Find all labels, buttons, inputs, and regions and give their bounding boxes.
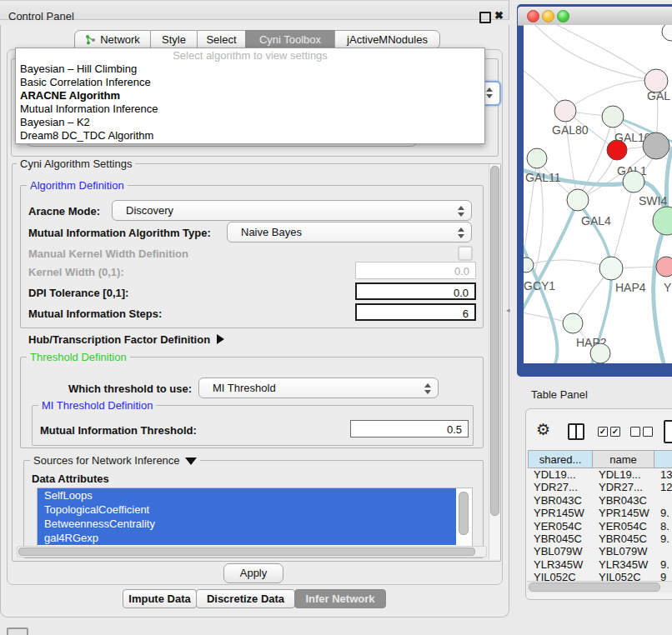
mi-threshold-label: Mutual Information Threshold:	[40, 424, 197, 437]
tab-network[interactable]: Network	[74, 30, 151, 49]
hub-definition-label: Hub/Transcription Factor Definition	[28, 333, 210, 346]
mi-threshold-definition-title: MI Threshold Definition	[38, 399, 156, 412]
control-panel-title: Control Panel	[8, 10, 74, 22]
dpi-tolerance-field[interactable]: 0.0	[355, 282, 476, 300]
table-row[interactable]: YDL19...YDL19...13	[528, 468, 672, 481]
data-attributes-list[interactable]: SelfLoopsTopologicalCoefficientBetweenne…	[37, 488, 473, 547]
table-row[interactable]: YPR145WYPR145W9.	[528, 507, 672, 519]
network-node-y[interactable]	[656, 257, 672, 277]
network-node-label: Y	[664, 281, 672, 294]
network-node-label: GAL80	[552, 123, 589, 137]
columns-icon[interactable]	[568, 423, 584, 440]
float-window-icon[interactable]	[479, 12, 491, 23]
kernel-width-field[interactable]: 0.0	[355, 262, 476, 279]
algorithm-option[interactable]: Bayesian – K2	[16, 116, 484, 129]
table-cell: 13	[660, 468, 672, 481]
network-node-hap2[interactable]	[563, 313, 583, 333]
table-cell: 12	[660, 481, 672, 493]
splitpane-collapse-icon[interactable]: ◂	[506, 306, 510, 314]
table-cell: 9.	[660, 532, 669, 545]
tab-jactivemnodules[interactable]: jActiveMNodules	[334, 30, 440, 49]
settings-hscrollbar-thumb[interactable]	[18, 548, 475, 556]
tab-label: jActiveMNodules	[347, 33, 428, 46]
algorithm-option[interactable]: Basic Correlation Inference	[16, 76, 484, 89]
table-cell: YBR043C	[599, 494, 647, 507]
gear-icon[interactable]: ⚙	[536, 420, 550, 439]
table-cell: YDR27...	[599, 481, 643, 493]
close-traffic-light-icon[interactable]	[527, 10, 539, 22]
which-threshold-combobox[interactable]: MI Threshold	[198, 378, 439, 398]
table-cell: YDR27...	[534, 481, 578, 493]
tab-style[interactable]: Style	[150, 30, 198, 49]
tab-impute-data[interactable]: Impute Data	[123, 589, 197, 608]
network-canvas[interactable]: GALGAL80GAL10GAL1GAL11SWI4GAL4GCY1HAP4YH…	[524, 25, 672, 363]
manual-kernel-width-checkbox[interactable]	[458, 246, 473, 261]
algorithm-option[interactable]: ARACNE Algorithm	[16, 89, 484, 102]
network-node-gal4[interactable]	[567, 189, 589, 211]
algorithm-option[interactable]: Mutual Information Inference	[16, 102, 484, 116]
table-row[interactable]: YDR27...YDR27...12	[528, 481, 672, 493]
algorithm-dropdown-popup: Select algorithm to view settings Bayesi…	[15, 48, 485, 144]
table-cell: YER054C	[534, 520, 582, 532]
algorithm-option[interactable]: Bayesian – Hill Climbing	[16, 62, 484, 76]
network-node-swi4[interactable]	[623, 171, 644, 192]
network-node-gal1[interactable]	[607, 140, 627, 160]
network-node[interactable]	[590, 343, 610, 363]
table-row[interactable]: YBR043CYBR043C	[528, 494, 672, 507]
attribute-list-item[interactable]: BetweennessCentrality	[38, 517, 456, 531]
network-node[interactable]	[653, 207, 672, 235]
zoom-traffic-light-icon[interactable]	[557, 10, 569, 22]
table-cell: YBR045C	[599, 532, 647, 545]
network-node-gal80[interactable]	[554, 100, 576, 122]
table-cell: YLR345W	[534, 558, 583, 571]
network-node[interactable]	[662, 25, 672, 41]
column-header-clipped[interactable]	[654, 450, 672, 468]
table-row[interactable]: YBL079WYBL079W	[528, 545, 672, 558]
unchecked-checkbox-icon	[643, 427, 653, 437]
deselect-all-checkboxes-icon[interactable]	[630, 427, 653, 437]
mi-threshold-field[interactable]: 0.5	[350, 420, 469, 438]
export-table-icon[interactable]	[664, 420, 672, 443]
attribute-list-item[interactable]: SelfLoops	[38, 488, 456, 502]
apply-button[interactable]: Apply	[223, 563, 283, 583]
which-threshold-value: MI Threshold	[213, 382, 276, 394]
table-row[interactable]: YER054CYER054C8.	[528, 520, 672, 532]
tab-infer-network[interactable]: Infer Network	[294, 589, 386, 608]
algorithm-dropdown-items: Bayesian – Hill ClimbingBasic Correlatio…	[16, 62, 484, 142]
attribute-list-scrollbar-thumb[interactable]	[459, 492, 469, 535]
table-cell: YLR345W	[599, 558, 648, 571]
column-header-name[interactable]: name	[593, 450, 654, 468]
network-node[interactable]	[643, 132, 669, 159]
sources-group-title[interactable]: Sources for Network Inference	[30, 454, 200, 467]
table-row[interactable]: YLR345WYLR345W9.	[528, 558, 672, 571]
control-panel-tabs: Network Style Select Cyni Toolbox jActiv…	[74, 30, 440, 49]
settings-scrollbar-thumb[interactable]	[490, 166, 499, 516]
network-node-gal10[interactable]	[602, 106, 624, 128]
aracne-mode-combobox[interactable]: Discovery	[112, 200, 472, 221]
hub-definition-expander[interactable]: Hub/Transcription Factor Definition	[28, 333, 224, 346]
network-node-hap4[interactable]	[599, 257, 623, 280]
column-header-shared-name[interactable]: shared...	[528, 450, 593, 468]
network-node-label: HAP4	[615, 281, 646, 294]
table-cell: YBR043C	[534, 494, 582, 507]
algorithm-option[interactable]: Dream8 DC_TDC Algorithm	[16, 129, 484, 142]
table-row[interactable]: YBR045CYBR045C9.	[528, 532, 672, 545]
tab-cyni-toolbox[interactable]: Cyni Toolbox	[245, 30, 335, 49]
attribute-list-item[interactable]: TopologicalCoefficient	[38, 502, 456, 517]
table-body: YDL19...YDL19...13YDR27...YDR27...12YBR0…	[528, 468, 672, 584]
network-node-gal11[interactable]	[527, 148, 547, 168]
network-window-titlebar[interactable]	[518, 7, 672, 26]
checked-checkbox-icon: ✓	[610, 427, 620, 437]
attribute-list-item[interactable]: gal4RGexp	[38, 531, 456, 545]
close-icon[interactable]: ✖	[494, 9, 504, 22]
mi-steps-field[interactable]: 6	[355, 303, 476, 321]
minimize-traffic-light-icon[interactable]	[542, 10, 554, 22]
tab-label: Style	[162, 33, 186, 46]
tab-discretize-data[interactable]: Discretize Data	[196, 589, 295, 608]
tab-select[interactable]: Select	[197, 30, 246, 49]
tab-label: Network	[100, 33, 140, 46]
mi-algorithm-type-combobox[interactable]: Naive Bayes	[227, 222, 472, 242]
select-all-checkboxes-icon[interactable]: ✓ ✓	[598, 427, 620, 437]
mi-algorithm-type-value: Naive Bayes	[241, 226, 302, 238]
table-hscrollbar-thumb[interactable]	[529, 582, 660, 592]
